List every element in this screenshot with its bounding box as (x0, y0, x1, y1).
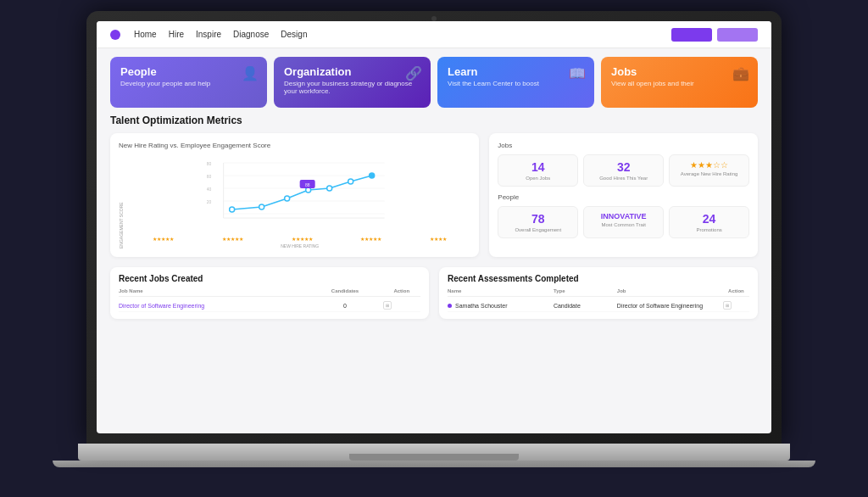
bottom-section: Recent Jobs Created Job Name Candidates … (97, 267, 771, 326)
assessments-table-header: Name Type Job Action (448, 288, 749, 297)
recent-assessments-title: Recent Assessments Completed (448, 274, 749, 283)
table-row: Director of Software Engineering 0 ⊞ (119, 299, 420, 312)
assessment-job-cell: Director of Software Engineering (617, 303, 723, 309)
card-jobs-subtitle: View all open jobs and their (611, 80, 748, 87)
promotions-value: 24 (675, 212, 743, 226)
chart-title: New Hire Rating vs. Employee Engagement … (119, 142, 470, 149)
org-icon: 🔗 (405, 65, 422, 81)
app-container: Home Hire Inspire Diagnose Design (97, 21, 771, 433)
topbar-button-1[interactable] (671, 28, 712, 42)
recent-jobs-panel: Recent Jobs Created Job Name Candidates … (110, 267, 429, 319)
card-org-title: Organization (284, 65, 420, 78)
assessment-type-cell: Candidate (554, 303, 617, 309)
svg-point-10 (230, 207, 235, 212)
card-jobs-title: Jobs (611, 65, 748, 78)
stat-promotions: 24 Promotions (669, 206, 749, 238)
jobs-stats-row: 14 Open Jobs 32 Good Hires This Year ★★★… (498, 154, 749, 187)
laptop-foot (53, 461, 815, 467)
action-cell: ⊞ (383, 301, 421, 310)
candidates-cell: 0 (308, 303, 383, 309)
metrics-content: New Hire Rating vs. Employee Engagement … (110, 133, 758, 257)
card-people-subtitle: Develop your people and help (120, 80, 257, 87)
open-jobs-label: Open Jobs (504, 176, 572, 181)
good-hires-label: Good Hires This Year (589, 176, 658, 181)
assessment-action-icon[interactable]: ⊞ (723, 301, 732, 310)
nav-inspire[interactable]: Inspire (196, 30, 221, 39)
svg-text:88: 88 (305, 182, 310, 187)
card-people-title: People (120, 65, 257, 78)
svg-text:20: 20 (207, 199, 212, 204)
star-group-2: ★★★★★ (222, 236, 243, 242)
card-learn[interactable]: Learn Visit the Learn Center to boost 📖 (437, 57, 594, 108)
svg-text:60: 60 (207, 174, 212, 179)
svg-point-15 (348, 179, 353, 184)
th-action2: Action (723, 288, 749, 293)
table-row: Samatha Schouster Candidate Director of … (448, 299, 749, 312)
star-group-5: ★★★★ (430, 236, 447, 242)
main-nav: Home Hire Inspire Diagnose Design (134, 30, 307, 39)
jobs-table-header: Job Name Candidates Action (119, 288, 420, 297)
common-trait-label: Most Common Trait (589, 222, 658, 227)
people-icon: 👤 (242, 65, 259, 81)
chart-svg: 80 60 40 20 (129, 154, 470, 248)
metrics-section-title: Talent Optimization Metrics (110, 114, 758, 126)
promotions-label: Promotions (675, 227, 743, 232)
card-organization[interactable]: Organization Design your business strate… (274, 57, 431, 108)
job-name-cell[interactable]: Director of Software Engineering (119, 303, 308, 309)
stat-engagement: 78 Overall Engagement (498, 206, 578, 238)
nav-diagnose[interactable]: Diagnose (233, 30, 269, 39)
svg-point-12 (285, 196, 290, 201)
nav-design[interactable]: Design (281, 30, 307, 39)
topbar: Home Hire Inspire Diagnose Design (97, 21, 771, 48)
open-jobs-value: 14 (504, 160, 572, 174)
th-type: Type (554, 288, 617, 293)
card-org-subtitle: Design your business strategy or diagnos… (284, 80, 420, 95)
people-group-title: People (498, 193, 749, 201)
laptop-camera (431, 16, 437, 21)
th-action: Action (383, 288, 421, 293)
stat-open-jobs: 14 Open Jobs (498, 154, 578, 187)
card-learn-subtitle: Visit the Learn Center to boost (448, 80, 584, 87)
dot-icon (448, 304, 452, 308)
stats-panel: Jobs 14 Open Jobs 32 Good Hires This Yea… (489, 133, 758, 257)
svg-point-11 (259, 204, 264, 209)
star-group-3: ★★★★★ (292, 236, 313, 242)
stat-good-hires: 32 Good Hires This Year (583, 154, 664, 187)
topbar-left: Home Hire Inspire Diagnose Design (110, 30, 307, 40)
learn-icon: 📖 (569, 65, 586, 81)
people-stats-row: 78 Overall Engagement INNOVATIVE Most Co… (498, 206, 749, 238)
th-name: Name (448, 288, 554, 293)
card-people[interactable]: People Develop your people and help 👤 (110, 57, 267, 108)
topbar-right (671, 28, 758, 42)
th-job-name: Job Name (119, 288, 308, 293)
chart-y-label: ENGAGEMENT SCORE (119, 154, 124, 248)
chart-x-label: NEW HIRE RATING (129, 243, 470, 248)
engagement-label: Overall Engagement (504, 227, 572, 232)
star-group-1: ★★★★★ (153, 236, 174, 242)
card-learn-title: Learn (448, 65, 584, 78)
chart-panel: New Hire Rating vs. Employee Engagement … (110, 133, 479, 257)
svg-point-16 (370, 173, 375, 178)
jobs-group-title: Jobs (498, 142, 749, 149)
avg-rating-label: Average New Hire Rating (675, 171, 743, 176)
app-logo (110, 30, 120, 40)
action-icon[interactable]: ⊞ (383, 301, 392, 310)
recent-assessments-panel: Recent Assessments Completed Name Type J… (439, 267, 758, 319)
laptop-bezel: Home Hire Inspire Diagnose Design (86, 11, 782, 444)
stat-common-trait: INNOVATIVE Most Common Trait (583, 206, 664, 238)
engagement-value: 78 (504, 212, 572, 226)
assessment-action-cell: ⊞ (723, 301, 749, 310)
stat-avg-rating: ★★★☆☆ Average New Hire Rating (669, 154, 749, 187)
metrics-section: Talent Optimization Metrics New Hire Rat… (97, 114, 771, 267)
assessment-name-cell: Samatha Schouster (448, 303, 554, 309)
nav-home[interactable]: Home (134, 30, 157, 39)
topbar-button-2[interactable] (717, 28, 758, 42)
recent-jobs-title: Recent Jobs Created (119, 274, 420, 283)
star-group-4: ★★★★★ (360, 236, 381, 242)
nav-hire[interactable]: Hire (169, 30, 184, 39)
jobs-icon: 💼 (732, 65, 749, 81)
laptop-screen: Home Hire Inspire Diagnose Design (97, 21, 771, 433)
good-hires-value: 32 (589, 160, 658, 174)
svg-text:40: 40 (207, 187, 212, 192)
card-jobs[interactable]: Jobs View all open jobs and their 💼 (601, 57, 758, 108)
